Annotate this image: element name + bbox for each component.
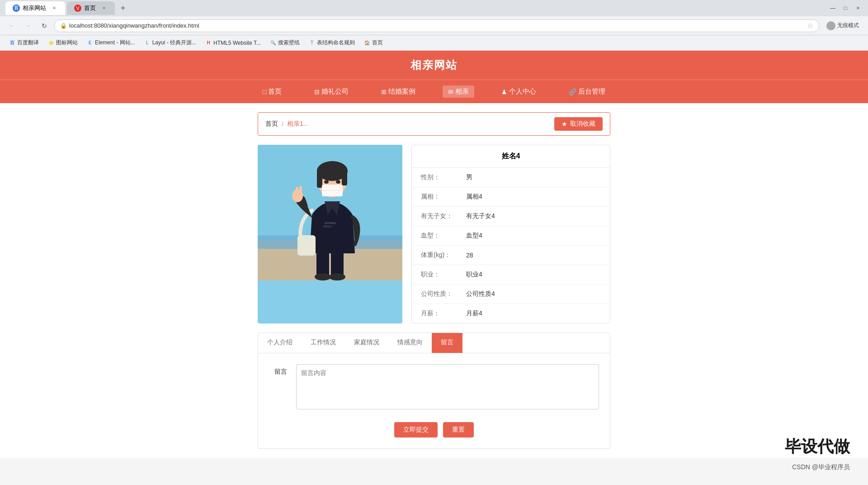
tab-intro[interactable]: 个人介绍	[258, 333, 302, 353]
comment-form-label: 留言	[269, 364, 287, 376]
info-value-job: 职业4	[466, 271, 482, 279]
svg-rect-13	[296, 187, 298, 197]
info-row-zodiac: 属相： 属相4	[412, 187, 610, 207]
breadcrumb-home-link[interactable]: 首页	[265, 120, 278, 128]
bookmark-label-5: 搜索壁纸	[278, 39, 300, 47]
tab-xiangqin[interactable]: 百 相亲网站 ×	[5, 1, 65, 15]
profile-label: 无痕模式	[837, 22, 859, 29]
bookmark-favicon-layui: L	[144, 40, 151, 46]
cancel-favorite-button[interactable]: ★ 取消收藏	[554, 117, 603, 131]
tab-message-content: 留言 立即提交 重置	[258, 353, 610, 448]
bookmark-html5[interactable]: H HTML5 Website T...	[202, 38, 264, 48]
bookmark-star-icon[interactable]: ☆	[807, 21, 813, 30]
bookmark-label-1: 图标网站	[56, 39, 78, 47]
bookmark-layui[interactable]: L Layui - 经典开源...	[141, 38, 200, 48]
reload-button[interactable]: ↻	[38, 19, 51, 32]
profile-name: 姓名4	[412, 145, 610, 168]
breadcrumb-current: 相亲1...	[287, 120, 308, 128]
svg-rect-6	[342, 170, 347, 185]
info-value-children: 有无子女4	[466, 212, 495, 220]
svg-rect-16	[331, 251, 344, 276]
svg-point-9	[324, 180, 329, 184]
bookmark-favicon-search: 🔍	[270, 40, 276, 46]
tab-work[interactable]: 工作情况	[302, 333, 345, 353]
bookmark-wallpaper[interactable]: 🔍 搜索壁纸	[266, 38, 303, 48]
lock-icon: 🔒	[60, 23, 66, 29]
profile-avatar-icon	[826, 21, 835, 30]
cancel-fav-label: 取消收藏	[570, 120, 595, 128]
bookmark-favicon-table: T	[309, 40, 315, 46]
info-label-company: 公司性质：	[421, 290, 466, 298]
close-button[interactable]: ×	[854, 4, 863, 13]
nav-matchmaking[interactable]: ✉ 相亲	[443, 86, 474, 98]
bookmark-favicon-element: E	[87, 40, 93, 46]
maximize-button[interactable]: □	[841, 4, 850, 13]
info-label-gender: 性别：	[421, 173, 466, 181]
wedding-nav-icon: ⊟	[314, 88, 320, 95]
nav-admin[interactable]: 🔗 后台管理	[563, 86, 611, 98]
tab-favicon-vivaldi: V	[74, 5, 81, 12]
window-controls: — □ ×	[828, 4, 863, 13]
nav-home[interactable]: □ 首页	[257, 86, 287, 98]
profile-photo-inner: OUTRAGE 金鱼达人	[258, 145, 402, 281]
tabs-section: 个人介绍 工作情况 家庭情况 情感意向 留言 留言 立即提交 重置	[258, 333, 610, 449]
minimize-button[interactable]: —	[828, 4, 837, 13]
comment-textarea[interactable]	[296, 364, 599, 409]
tab-home[interactable]: V 首页 ×	[67, 1, 115, 15]
bookmark-element[interactable]: E Element - 网站...	[83, 38, 139, 48]
tab-label-xiangqin: 相亲网站	[23, 4, 46, 12]
nav-personal[interactable]: ♟ 个人中心	[496, 86, 542, 98]
info-value-blood: 血型4	[466, 232, 482, 240]
info-label-job: 职业：	[421, 271, 466, 279]
tab-label-home: 首页	[84, 4, 96, 12]
browser-tabs: 百 相亲网站 × V 首页 × +	[5, 1, 129, 15]
tab-close-1[interactable]: ×	[51, 5, 58, 12]
nav-wedding[interactable]: ⊟ 婚礼公司	[309, 86, 354, 98]
nav-admin-label: 后台管理	[578, 87, 605, 96]
tab-close-2[interactable]: ×	[100, 5, 108, 12]
bookmark-baidu-translate[interactable]: 百 百度翻译	[5, 38, 42, 48]
matchmaking-nav-icon: ✉	[448, 88, 453, 95]
bookmark-icon-site[interactable]: ⭐ 图标网站	[44, 38, 81, 48]
forward-button[interactable]: →	[22, 19, 34, 32]
profile-image: OUTRAGE 金鱼达人	[258, 145, 402, 281]
info-label-children: 有无子女：	[421, 212, 466, 220]
tab-family[interactable]: 家庭情况	[345, 333, 388, 353]
admin-nav-icon: 🔗	[569, 88, 576, 95]
svg-rect-14	[299, 186, 302, 197]
new-tab-button[interactable]: +	[117, 2, 129, 14]
profile-button[interactable]: 无痕模式	[823, 19, 863, 32]
nav-cases[interactable]: ⊞ 结婚案例	[376, 86, 421, 98]
svg-rect-11	[297, 235, 316, 256]
bookmarks-bar: 百 百度翻译 ⭐ 图标网站 E Element - 网站... L Layui …	[0, 35, 868, 51]
site-header: 相亲网站	[0, 51, 868, 80]
main-container: 首页 / 相亲1... ★ 取消收藏	[258, 103, 610, 458]
breadcrumb: 首页 / 相亲1...	[265, 120, 308, 128]
address-bar[interactable]: 🔒 localhost:8080/xiangqinwangzhan/front/…	[54, 19, 819, 32]
svg-point-17	[315, 273, 331, 281]
bookmark-label-4: HTML5 Website T...	[213, 40, 261, 46]
personal-nav-icon: ♟	[501, 88, 507, 95]
nav-wedding-label: 婚礼公司	[321, 87, 349, 96]
profile-section: OUTRAGE 金鱼达人 姓名4 性别： 男 属相： 属相4 有无子女：	[258, 145, 610, 323]
info-value-zodiac: 属相4	[466, 193, 482, 201]
submit-comment-button[interactable]: 立即提交	[394, 422, 438, 437]
profile-info-panel: 姓名4 性别： 男 属相： 属相4 有无子女： 有无子女4 血型： 血型4	[411, 145, 610, 323]
back-button[interactable]: ←	[5, 19, 18, 32]
address-text: localhost:8080/xiangqinwangzhan/front/in…	[69, 22, 199, 29]
tab-emotion[interactable]: 情感意向	[388, 333, 432, 353]
bookmark-homepage[interactable]: 🏠 首页	[360, 38, 387, 48]
info-value-salary: 月薪4	[466, 309, 482, 318]
cases-nav-icon: ⊞	[381, 88, 387, 95]
svg-rect-15	[316, 251, 329, 276]
browser-toolbar: ← → ↻ 🔒 localhost:8080/xiangqinwangzhan/…	[0, 16, 868, 35]
info-row-salary: 月薪： 月薪4	[412, 304, 610, 323]
tab-message[interactable]: 留言	[432, 333, 462, 353]
tab-favicon-baidu: 百	[13, 5, 20, 12]
info-row-blood: 血型： 血型4	[412, 226, 610, 246]
reset-comment-button[interactable]: 重置	[443, 422, 474, 437]
info-row-children: 有无子女： 有无子女4	[412, 207, 610, 226]
info-row-weight: 体重(kg)： 28	[412, 246, 610, 265]
browser-window: 百 相亲网站 × V 首页 × + — □ × ← → ↻ 🔒 localhos…	[0, 0, 868, 51]
bookmark-table-rules[interactable]: T 表结构命名规则	[305, 38, 359, 48]
